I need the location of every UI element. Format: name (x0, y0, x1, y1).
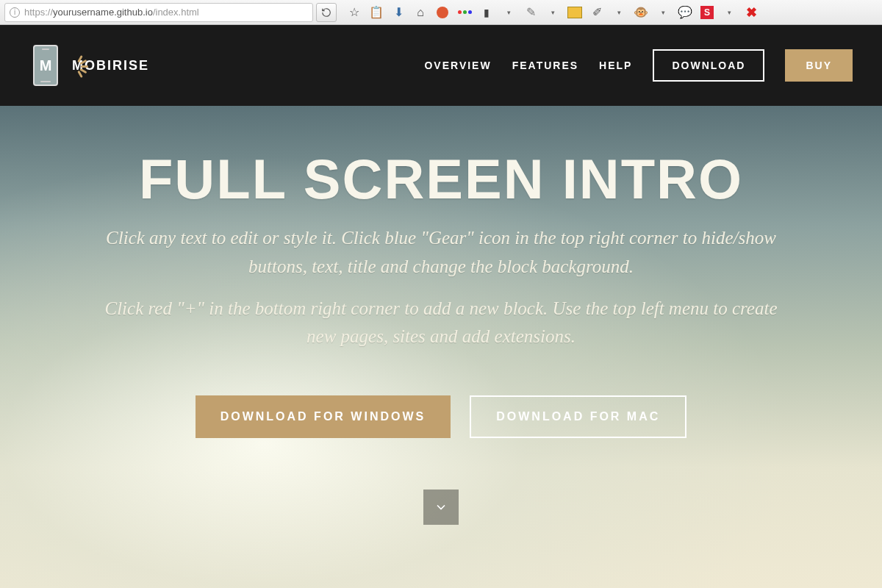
download-arrow-icon[interactable]: ⬇ (391, 5, 406, 20)
url-text: https://yourusername.github.io/index.htm… (24, 7, 199, 18)
star-icon[interactable]: ☆ (347, 5, 362, 20)
chat-icon[interactable]: 💬 (678, 5, 692, 20)
hero-title[interactable]: FULL SCREEN INTRO (139, 147, 743, 211)
url-host: yourusername.github.io (53, 7, 153, 18)
dropdown-icon[interactable]: ▾ (656, 5, 670, 20)
nav-help[interactable]: HELP (599, 60, 632, 71)
info-icon: i (10, 7, 20, 18)
hero-buttons: DOWNLOAD FOR WINDOWS DOWNLOAD FOR MAC (196, 395, 687, 438)
nav-overview[interactable]: OVERVIEW (424, 60, 491, 71)
hero-paragraph-1[interactable]: Click any text to edit or style it. Clic… (92, 224, 790, 282)
url-prefix: https:// (24, 7, 53, 18)
nav-features[interactable]: FEATURES (512, 60, 578, 71)
url-bar[interactable]: i https://yourusername.github.io/index.h… (4, 3, 313, 22)
dropdown-icon[interactable]: ▾ (612, 5, 626, 20)
color-dots-icon[interactable] (457, 5, 472, 20)
reload-button[interactable] (316, 3, 337, 22)
chevron-down-icon (434, 500, 448, 514)
browser-toolbar: i https://yourusername.github.io/index.h… (0, 0, 882, 25)
hero-section: FULL SCREEN INTRO Click any text to edit… (0, 106, 882, 588)
s-extension-icon[interactable]: S (700, 5, 714, 20)
hero-paragraph-2[interactable]: Click red "+" in the bottom right corner… (92, 295, 790, 352)
home-icon[interactable]: ⌂ (413, 5, 428, 20)
logo-icon: M (29, 43, 62, 87)
download-windows-button[interactable]: DOWNLOAD FOR WINDOWS (196, 395, 451, 438)
dropdown-icon[interactable]: ▾ (501, 5, 516, 20)
toolbar-icons: ☆ 📋 ⬇ ⌂ ▮ ▾ ✎ ▾ ✐ ▾ 🐵 ▾ 💬 S ▾ ✖ (340, 5, 759, 20)
buy-button[interactable]: BUY (785, 49, 853, 82)
download-mac-button[interactable]: DOWNLOAD FOR MAC (470, 395, 686, 438)
brand[interactable]: M MOBIRISE (29, 43, 149, 87)
nav: OVERVIEW FEATURES HELP DOWNLOAD BUY (424, 49, 853, 82)
x-extension-icon[interactable]: ✖ (744, 5, 759, 20)
highlight-icon[interactable] (567, 5, 582, 20)
duckduckgo-icon[interactable] (435, 5, 450, 20)
url-path: /index.html (153, 7, 199, 18)
download-button[interactable]: DOWNLOAD (653, 49, 764, 82)
dropdown-icon[interactable]: ▾ (545, 5, 560, 20)
site-header: M MOBIRISE OVERVIEW FEATURES HELP DOWNLO… (0, 25, 882, 106)
scroll-down-button[interactable] (423, 490, 459, 525)
battery-icon[interactable]: ▮ (479, 5, 494, 20)
monkey-icon[interactable]: 🐵 (634, 5, 648, 20)
dropdown-icon[interactable]: ▾ (722, 5, 736, 20)
plugin-icon[interactable]: ✎ (523, 5, 538, 20)
eyedropper-icon[interactable]: ✐ (589, 5, 604, 20)
clipboard-icon[interactable]: 📋 (369, 5, 384, 20)
